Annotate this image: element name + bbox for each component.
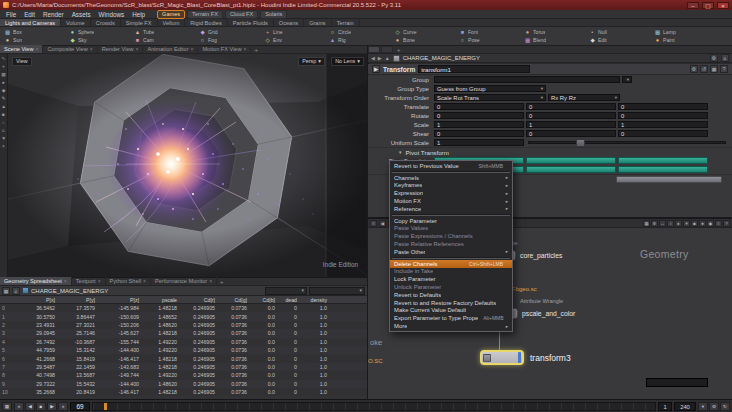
shelf-tool-button[interactable]: ● Paint bbox=[652, 36, 717, 44]
add-pane-tab-button[interactable]: + bbox=[394, 47, 404, 53]
scale-z-field[interactable]: 1 bbox=[618, 121, 708, 128]
column-header[interactable]: Cd[b] bbox=[250, 297, 278, 303]
context-menu-item[interactable]: Channels ▸ bbox=[390, 174, 512, 182]
transport-button[interactable]: ■ bbox=[36, 402, 46, 411]
class-dropdown[interactable]: ▾ bbox=[265, 287, 307, 295]
column-header[interactable]: pscale bbox=[142, 297, 180, 303]
shelf-set-tab[interactable]: Terrain FX bbox=[187, 10, 223, 19]
menu-item[interactable]: File bbox=[2, 10, 20, 19]
scale-x-field[interactable]: 1 bbox=[434, 121, 524, 128]
shelf-tool-button[interactable]: ○ Fog bbox=[197, 36, 262, 44]
translate-y-field[interactable]: 0 bbox=[526, 103, 616, 110]
shelf-tab[interactable]: Terrain bbox=[332, 19, 360, 26]
viewport-tool-icon[interactable]: ■ bbox=[2, 112, 5, 117]
context-menu-item[interactable]: More ▸ bbox=[390, 322, 512, 330]
close-tab-icon[interactable]: × bbox=[64, 277, 67, 285]
viewport-tool-icon[interactable]: ● bbox=[2, 80, 5, 85]
viewport-tool-icon[interactable]: ▲ bbox=[1, 104, 6, 109]
shelf-tool-button[interactable]: ● Sun bbox=[2, 36, 67, 44]
shelf-tab[interactable]: Simple FX bbox=[121, 19, 158, 26]
column-header[interactable]: dead bbox=[278, 297, 300, 303]
transport-button[interactable]: ▶ bbox=[47, 402, 57, 411]
shelf-tool-button[interactable]: ◆ Sky bbox=[67, 36, 132, 44]
context-menu-item[interactable] bbox=[392, 171, 510, 173]
close-tab-icon[interactable]: × bbox=[35, 45, 38, 53]
scale-y-field[interactable]: 1 bbox=[526, 121, 616, 128]
pane-tab[interactable]: Python Shell × bbox=[106, 277, 151, 285]
context-menu-item[interactable] bbox=[392, 214, 510, 216]
playback-option-button[interactable]: ⚙ bbox=[709, 402, 719, 411]
viewport-tool-icon[interactable]: × bbox=[2, 144, 5, 149]
rotate-z-field[interactable]: 0 bbox=[618, 112, 708, 119]
shelf-tab[interactable]: Grains bbox=[304, 19, 331, 26]
shelf-tab[interactable]: Oceans bbox=[274, 19, 304, 26]
network-toolbar-icon[interactable]: ↔ bbox=[659, 220, 666, 227]
network-toolbar-icon[interactable]: ■ bbox=[691, 220, 698, 227]
shelf-tab[interactable]: Volume bbox=[61, 19, 91, 26]
uniform-scale-field[interactable]: 1 bbox=[434, 139, 524, 146]
display-flag[interactable] bbox=[513, 310, 516, 317]
viewport-tool-icon[interactable]: ◆ bbox=[2, 88, 6, 93]
menu-item[interactable]: Render bbox=[39, 10, 68, 19]
close-tab-icon[interactable]: × bbox=[136, 45, 139, 53]
parameter-header-icon[interactable]: ↺ bbox=[700, 65, 708, 73]
parameter-header-icon[interactable]: ▦ bbox=[710, 65, 718, 73]
spreadsheet-node-path[interactable]: CHARGE_MAGIC_ENERGY bbox=[31, 288, 108, 294]
shelf-tool-button[interactable]: ▦ Lamp bbox=[652, 28, 717, 36]
shelf-tool-button[interactable]: ■ Font bbox=[457, 28, 522, 36]
playhead[interactable] bbox=[104, 403, 107, 410]
shelf-tool-button[interactable]: ● Bone bbox=[392, 36, 457, 44]
shelf-tab[interactable]: Rigid Bodies bbox=[185, 19, 227, 26]
shelf-tool-button[interactable]: ○ Circle bbox=[327, 28, 392, 36]
node-label[interactable]: pscale_and_color bbox=[522, 310, 575, 317]
context-menu-item[interactable]: Reference ▸ bbox=[390, 205, 512, 213]
pane-tab[interactable]: Performance Monitor × bbox=[151, 277, 217, 285]
close-tab-icon[interactable]: × bbox=[209, 277, 212, 285]
playback-option-button[interactable]: ↻ bbox=[720, 402, 730, 411]
menu-icon[interactable]: ≡ bbox=[721, 54, 729, 62]
pivot-transform-section-label[interactable]: Pivot Transform bbox=[405, 149, 448, 156]
pin-icon[interactable]: ≡ bbox=[12, 287, 20, 295]
context-menu-item[interactable]: Paste Relative References bbox=[390, 240, 512, 248]
shelf-set-tab[interactable]: Cloud FX bbox=[225, 10, 258, 19]
forward-icon[interactable]: ▶ bbox=[378, 55, 382, 61]
timeline-track[interactable] bbox=[92, 402, 656, 411]
close-tab-icon[interactable]: × bbox=[98, 277, 101, 285]
shelf-tool-button[interactable]: ▦ Box bbox=[2, 28, 67, 36]
lens-button[interactable]: No Lens▾ bbox=[331, 57, 364, 66]
shelf-tool-button[interactable]: ● Torus bbox=[522, 28, 587, 36]
transport-button[interactable]: « bbox=[14, 402, 24, 411]
network-toolbar-icon[interactable]: ◆ bbox=[707, 220, 714, 227]
shelf-tool-button[interactable]: + Line bbox=[262, 28, 327, 36]
shelf-tool-button[interactable]: ◇ Env bbox=[262, 36, 327, 44]
network-toolbar-icon[interactable]: ⚙ bbox=[651, 220, 658, 227]
attributes-dropdown[interactable]: ▾ bbox=[309, 287, 365, 295]
shelf-tool-button[interactable]: ▦ Blend bbox=[522, 36, 587, 44]
maximize-button[interactable]: ▢ bbox=[702, 2, 714, 9]
rord-dropdown[interactable]: Rx Ry Rz▾ bbox=[548, 94, 620, 101]
pane-tab[interactable]: Textport × bbox=[72, 277, 106, 285]
viewport-tool-icon[interactable]: ▦ bbox=[1, 72, 6, 77]
pane-tab[interactable] bbox=[381, 46, 393, 53]
close-tab-icon[interactable]: × bbox=[191, 45, 194, 53]
shelf-tool-button[interactable]: ▲ Tube bbox=[132, 28, 197, 36]
pane-tab[interactable] bbox=[368, 46, 380, 53]
column-header[interactable]: P[y] bbox=[58, 297, 98, 303]
uniform-scale-slider[interactable] bbox=[528, 141, 726, 144]
rotate-y-field[interactable]: 0 bbox=[526, 112, 616, 119]
viewport-tool-icon[interactable]: ≡ bbox=[2, 128, 5, 133]
context-menu-item[interactable]: Revert to Previous Value Shift+MMB bbox=[390, 162, 512, 170]
close-tab-icon[interactable]: × bbox=[90, 45, 93, 53]
shelf-set-tab[interactable]: Solaris bbox=[260, 10, 287, 19]
viewport-3d-scene[interactable] bbox=[8, 54, 367, 277]
context-menu-item[interactable]: Paste Other ▸ bbox=[390, 248, 512, 256]
node-name-field[interactable]: transform1 bbox=[418, 65, 530, 73]
close-tab-icon[interactable]: × bbox=[244, 45, 247, 53]
shelf-tool-button[interactable]: ◇ Curve bbox=[392, 28, 457, 36]
minimize-button[interactable]: – bbox=[687, 2, 699, 9]
column-header[interactable]: P[z] bbox=[98, 297, 142, 303]
node-label[interactable]: core_particles bbox=[520, 252, 562, 259]
pane-tab[interactable]: Motion FX View × bbox=[198, 45, 251, 53]
column-header[interactable]: Cd[r] bbox=[180, 297, 218, 303]
shelf-tab[interactable]: Lights and Cameras bbox=[0, 19, 61, 26]
